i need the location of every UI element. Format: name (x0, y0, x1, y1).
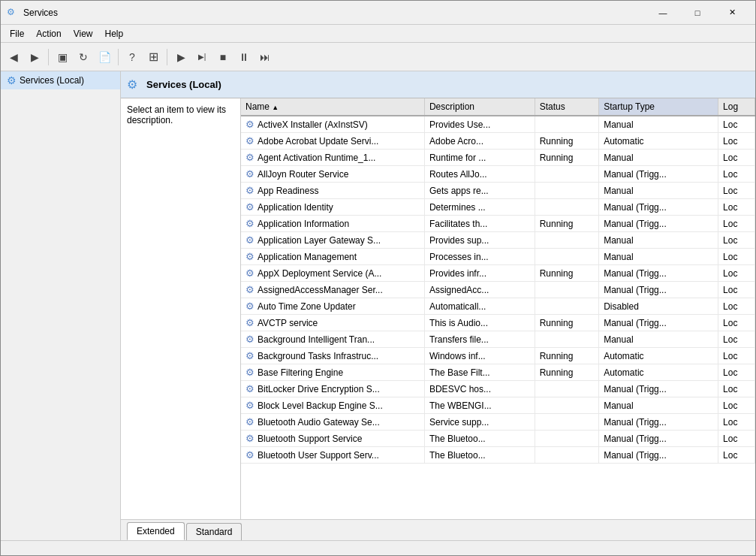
start-button[interactable]: ▶ (171, 47, 191, 67)
pause-button[interactable]: ⏸ (234, 47, 254, 67)
close-button[interactable]: ✕ (715, 1, 749, 25)
table-row[interactable]: ⚙ ActiveX Installer (AxInstSV) Provides … (241, 116, 755, 133)
description-text: Select an item to view its description. (127, 104, 226, 125)
properties-button[interactable]: ⊞ (143, 47, 163, 67)
service-name: App Readiness (258, 186, 318, 196)
service-name: Application Management (258, 252, 357, 262)
service-name: Background Tasks Infrastruc... (258, 351, 378, 361)
services-header-bar: ⚙ Services (Local) (121, 71, 755, 98)
menu-action[interactable]: Action (30, 27, 67, 41)
stop-button[interactable]: ■ (213, 47, 233, 67)
service-gear-icon: ⚙ (245, 301, 255, 312)
cell-status: Running (535, 150, 599, 166)
table-row[interactable]: ⚙ Application Management Processes in...… (241, 249, 755, 265)
show-hide-button[interactable]: ▣ (53, 47, 72, 67)
table-row[interactable]: ⚙ Bluetooth User Support Serv... The Blu… (241, 447, 755, 464)
table-row[interactable]: ⚙ Background Intelligent Tran... Transfe… (241, 331, 755, 348)
cell-status (535, 298, 599, 315)
service-name: Application Layer Gateway S... (258, 235, 381, 246)
cell-logon: Loc (718, 298, 755, 315)
table-row[interactable]: ⚙ AVCTP service This is Audio... Running… (241, 315, 755, 331)
cell-startup: Manual (599, 397, 718, 414)
restart-button[interactable]: ⏭ (255, 47, 275, 67)
cell-logon: Loc (718, 381, 755, 397)
menu-view[interactable]: View (68, 27, 99, 41)
cell-logon: Loc (718, 150, 755, 166)
service-gear-icon: ⚙ (245, 267, 255, 279)
cell-name: ⚙ Bluetooth Support Service (241, 431, 424, 447)
cell-description: Windows inf... (424, 348, 535, 364)
cell-status: Running (535, 315, 599, 331)
back-button[interactable]: ◀ (4, 47, 23, 67)
cell-name: ⚙ BitLocker Drive Encryption S... (241, 381, 424, 397)
col-status[interactable]: Status (535, 98, 599, 116)
sidebar-item-services-local[interactable]: ⚙ Services (Local) (1, 71, 120, 89)
cell-status (535, 199, 599, 216)
table-row[interactable]: ⚙ Adobe Acrobat Update Servi... Adobe Ac… (241, 133, 755, 150)
service-name: AssignedAccessManager Ser... (258, 285, 383, 295)
col-startup[interactable]: Startup Type (599, 98, 718, 116)
table-row[interactable]: ⚙ Bluetooth Support Service The Bluetoo.… (241, 431, 755, 447)
table-row[interactable]: ⚙ Background Tasks Infrastruc... Windows… (241, 348, 755, 364)
cell-description: This is Audio... (424, 315, 535, 331)
cell-name: ⚙ Application Information (241, 216, 424, 232)
cell-startup: Manual (Trigg... (599, 315, 718, 331)
services-table-body: ⚙ ActiveX Installer (AxInstSV) Provides … (241, 116, 755, 464)
table-row[interactable]: ⚙ Auto Time Zone Updater Automaticall...… (241, 298, 755, 315)
refresh-button[interactable]: ↻ (74, 47, 93, 67)
table-row[interactable]: ⚙ Block Level Backup Engine S... The WBE… (241, 397, 755, 414)
table-row[interactable]: ⚙ Bluetooth Audio Gateway Se... Service … (241, 414, 755, 431)
table-row[interactable]: ⚙ AppX Deployment Service (A... Provides… (241, 265, 755, 282)
table-row[interactable]: ⚙ Application Layer Gateway S... Provide… (241, 232, 755, 249)
help-button[interactable]: ? (122, 47, 142, 67)
services-table-container[interactable]: Name ▲ Description Status Startup Type L… (241, 98, 755, 519)
col-description[interactable]: Description (424, 98, 535, 116)
forward-button[interactable]: ▶ (25, 47, 44, 67)
menu-file[interactable]: File (4, 27, 30, 41)
cell-name: ⚙ Base Filtering Engine (241, 364, 424, 381)
tab-extended[interactable]: Extended (127, 522, 185, 540)
toolbar-separator-1 (48, 49, 49, 65)
cell-name: ⚙ Application Layer Gateway S... (241, 232, 424, 249)
cell-logon: Loc (718, 331, 755, 348)
service-gear-icon: ⚙ (245, 168, 255, 180)
menu-help[interactable]: Help (99, 27, 130, 41)
cell-logon: Loc (718, 282, 755, 298)
export-button[interactable]: 📄 (95, 47, 114, 67)
service-name: Bluetooth Support Service (258, 434, 362, 444)
cell-logon: Loc (718, 183, 755, 199)
service-name: AppX Deployment Service (A... (258, 268, 381, 279)
service-name: AllJoyn Router Service (258, 169, 348, 180)
service-gear-icon: ⚙ (245, 433, 255, 444)
cell-startup: Manual (599, 116, 718, 133)
cell-startup: Manual (Trigg... (599, 431, 718, 447)
table-header-row: Name ▲ Description Status Startup Type L… (241, 98, 755, 116)
cell-status (535, 183, 599, 199)
cell-startup: Automatic (599, 133, 718, 150)
tab-standard[interactable]: Standard (186, 523, 242, 540)
table-row[interactable]: ⚙ Agent Activation Runtime_1... Runtime … (241, 150, 755, 166)
right-panel: ⚙ Services (Local) Select an item to vie… (121, 71, 755, 540)
cell-logon: Loc (718, 249, 755, 265)
cell-logon: Loc (718, 133, 755, 150)
cell-status (535, 447, 599, 464)
toolbar: ◀ ▶ ▣ ↻ 📄 ? ⊞ ▶ ▶| ■ ⏸ ⏭ (1, 43, 755, 71)
maximize-button[interactable]: □ (680, 1, 715, 25)
cell-description: Gets apps re... (424, 183, 535, 199)
table-row[interactable]: ⚙ AllJoyn Router Service Routes AllJo...… (241, 166, 755, 183)
col-logon[interactable]: Log (718, 98, 755, 116)
col-name[interactable]: Name ▲ (241, 98, 424, 116)
service-name: Base Filtering Engine (258, 367, 343, 378)
start2-button[interactable]: ▶| (192, 47, 212, 67)
minimize-button[interactable]: — (646, 1, 680, 25)
cell-name: ⚙ AVCTP service (241, 315, 424, 331)
service-gear-icon: ⚙ (245, 416, 255, 428)
table-row[interactable]: ⚙ Application Identity Determines ... Ma… (241, 199, 755, 216)
table-row[interactable]: ⚙ BitLocker Drive Encryption S... BDESVC… (241, 381, 755, 397)
table-row[interactable]: ⚙ Application Information Facilitates th… (241, 216, 755, 232)
table-row[interactable]: ⚙ App Readiness Gets apps re... Manual L… (241, 183, 755, 199)
cell-name: ⚙ Bluetooth User Support Serv... (241, 447, 424, 464)
service-gear-icon: ⚙ (245, 201, 255, 213)
table-row[interactable]: ⚙ Base Filtering Engine The Base Filt...… (241, 364, 755, 381)
table-row[interactable]: ⚙ AssignedAccessManager Ser... AssignedA… (241, 282, 755, 298)
